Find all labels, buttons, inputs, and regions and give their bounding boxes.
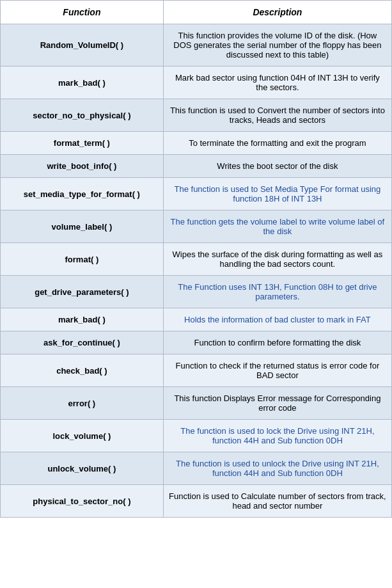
function-cell: unlock_volume( ) [1,452,164,485]
function-cell: mark_bad( ) [1,308,164,331]
table-row: volume_label( )The function gets the vol… [1,211,392,243]
table-row: sector_no_to_physical( )This function is… [1,99,392,132]
function-cell: volume_label( ) [1,211,164,243]
table-row: write_boot_info( )Writes the boot sector… [1,155,392,178]
function-cell: format( ) [1,243,164,276]
description-cell: Function is used to Calculate number of … [163,485,391,518]
description-cell: This function provides the volume ID of … [163,24,391,67]
function-cell: lock_volume( ) [1,420,164,452]
function-cell: write_boot_info( ) [1,155,164,178]
table-row: ask_for_continue( )Function to confirm b… [1,331,392,354]
description-cell: The function is used to Set Media Type F… [163,178,391,211]
description-cell: To terminate the formatting and exit the… [163,132,391,155]
table-row: Random_VolumeID( )This function provides… [1,24,392,67]
description-header: Description [163,1,391,24]
function-cell: get_drive_parameters( ) [1,276,164,308]
function-cell: Random_VolumeID( ) [1,24,164,67]
function-cell: check_bad( ) [1,354,164,387]
table-row: physical_to_sector_no( )Function is used… [1,485,392,518]
main-table: Function Description Random_VolumeID( )T… [0,0,392,518]
function-header: Function [1,1,164,24]
function-cell: physical_to_sector_no( ) [1,485,164,518]
function-cell: set_media_type_for_format( ) [1,178,164,211]
description-cell: The Function uses INT 13H, Function 08H … [163,276,391,308]
table-row: mark_bad( )Mark bad sector using functio… [1,67,392,99]
description-cell: Writes the boot sector of the disk [163,155,391,178]
function-cell: format_term( ) [1,132,164,155]
description-cell: Wipes the surface of the disk during for… [163,243,391,276]
description-cell: Holds the information of bad cluster to … [163,308,391,331]
description-cell: Function to confirm before formatting th… [163,331,391,354]
table-row: get_drive_parameters( )The Function uses… [1,276,392,308]
function-cell: sector_no_to_physical( ) [1,99,164,132]
description-cell: This function is used to Convert the num… [163,99,391,132]
table-row: format( )Wipes the surface of the disk d… [1,243,392,276]
table-row: lock_volume( )The function is used to lo… [1,420,392,452]
description-cell: The function is used to unlock the Drive… [163,452,391,485]
description-cell: The function is used to lock the Drive u… [163,420,391,452]
description-cell: Function to check if the returned status… [163,354,391,387]
description-cell: The function gets the volume label to wr… [163,211,391,243]
table-row: mark_bad( )Holds the information of bad … [1,308,392,331]
description-cell: Mark bad sector using function 04H of IN… [163,67,391,99]
function-cell: mark_bad( ) [1,67,164,99]
table-row: check_bad( )Function to check if the ret… [1,354,392,387]
table-row: error( )This function Displays Error mes… [1,387,392,420]
function-cell: ask_for_continue( ) [1,331,164,354]
function-cell: error( ) [1,387,164,420]
table-row: format_term( )To terminate the formattin… [1,132,392,155]
description-cell: This function Displays Error message for… [163,387,391,420]
table-row: unlock_volume( )The function is used to … [1,452,392,485]
table-row: set_media_type_for_format( )The function… [1,178,392,211]
